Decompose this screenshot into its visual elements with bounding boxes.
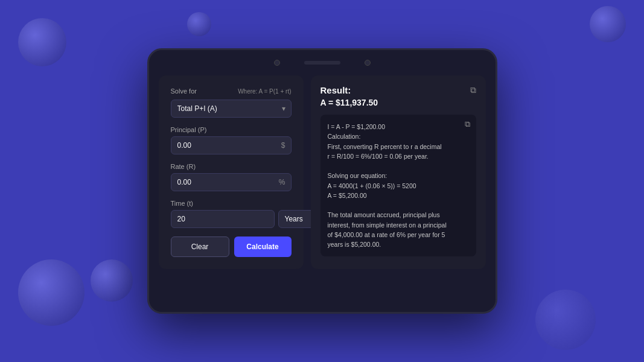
detail-line1: I = A - P = $1,200.00 — [328, 123, 386, 130]
detail-line3: First, converting R percent to r a decim… — [328, 143, 442, 150]
detail-line4: r = R/100 = 6%/100 = 0.06 per year. — [328, 153, 429, 160]
detail-line2: Calculation: — [328, 133, 361, 140]
tablet-camera — [274, 60, 280, 66]
detail-line7: A = 4000(1 + (0.06 × 5)) = 5200 — [328, 182, 416, 189]
copy-result-icon[interactable]: ⧉ — [470, 85, 476, 95]
result-panel: Result: ⧉ A = $11,937.50 ⧉ I = A - P = $… — [311, 75, 486, 269]
formula-text: Where: A = P(1 + rt) — [238, 88, 291, 95]
clear-button[interactable]: Clear — [171, 237, 229, 257]
calculator-panel: Solve for Where: A = P(1 + rt) Total P+I… — [159, 75, 304, 269]
decorative-sphere-5 — [91, 259, 133, 302]
tablet-speaker — [304, 61, 340, 65]
decorative-sphere-4 — [18, 259, 84, 326]
decorative-sphere-1 — [18, 18, 66, 66]
solve-for-select[interactable]: Total P+I (A) Principal (P) Rate (R) Tim… — [171, 100, 292, 118]
result-title: Result: — [320, 85, 351, 95]
result-header: Result: ⧉ — [320, 85, 476, 95]
time-label: Time (t) — [171, 200, 292, 207]
result-detail-text: I = A - P = $1,200.00 Calculation: First… — [328, 122, 469, 249]
decorative-sphere-3 — [590, 6, 626, 42]
tablet-camera-right — [365, 60, 371, 66]
principal-input[interactable] — [171, 136, 292, 154]
calculate-button[interactable]: Calculate — [234, 237, 292, 257]
result-value: A = $11,937.50 — [320, 98, 476, 107]
solve-for-header: Solve for Where: A = P(1 + rt) — [171, 87, 292, 95]
detail-line11: interest, from simple interest on a prin… — [328, 221, 447, 229]
principal-label: Principal (P) — [171, 126, 292, 133]
time-wrapper: Years Months Days ▾ — [171, 210, 292, 228]
tablet-content: Solve for Where: A = P(1 + rt) Total P+I… — [156, 71, 488, 272]
rate-suffix-icon: % — [279, 178, 285, 186]
rate-wrapper: % — [171, 173, 292, 191]
result-details-box: ⧉ I = A - P = $1,200.00 Calculation: Fir… — [320, 115, 476, 256]
decorative-sphere-2 — [187, 12, 211, 36]
tablet-device: Solve for Where: A = P(1 + rt) Total P+I… — [147, 48, 497, 314]
button-row: Clear Calculate — [171, 237, 292, 257]
detail-line13: years is $5,200.00. — [328, 241, 381, 248]
detail-line8: A = $5,200.00 — [328, 192, 367, 199]
principal-suffix-icon: $ — [281, 141, 285, 150]
rate-input[interactable] — [171, 173, 292, 191]
principal-wrapper: $ — [171, 136, 292, 154]
tablet-top-bar — [156, 57, 488, 71]
solve-for-label: Solve for — [171, 87, 197, 95]
detail-line12: of $4,000.00 at a rate of 6% per year fo… — [328, 231, 445, 238]
decorative-sphere-6 — [535, 290, 596, 350]
detail-line10: The total amount accrued, principal plus — [328, 211, 440, 218]
rate-label: Rate (R) — [171, 163, 292, 170]
time-input[interactable] — [171, 210, 275, 228]
detail-line6: Solving our equation: — [328, 172, 387, 179]
solve-for-wrapper: Total P+I (A) Principal (P) Rate (R) Tim… — [171, 100, 292, 118]
copy-details-icon[interactable]: ⧉ — [465, 119, 470, 129]
